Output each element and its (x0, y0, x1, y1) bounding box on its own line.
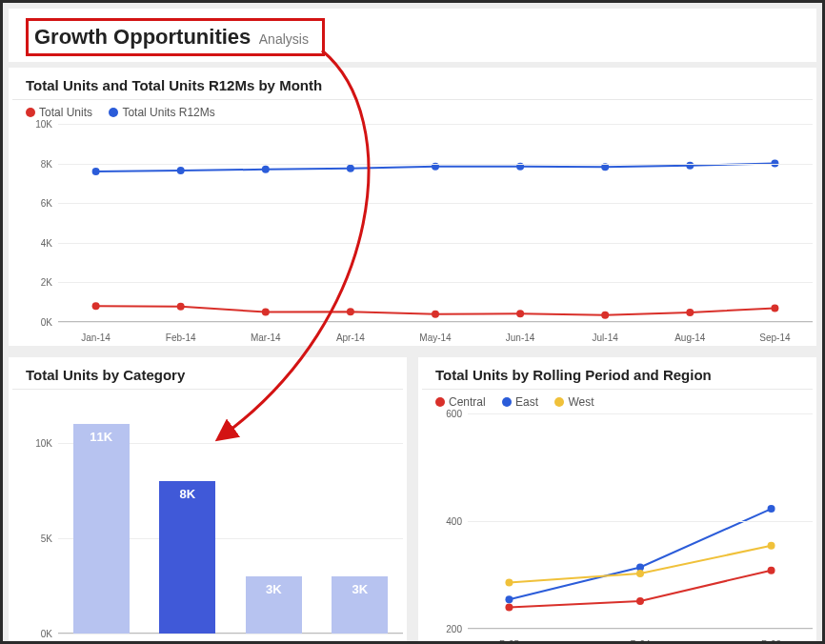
x-tick-label: Jul-14 (593, 332, 618, 343)
bar-value-label: 3K (246, 582, 302, 596)
svg-point-3 (347, 308, 354, 315)
x-axis: P-05P-04P-03 (468, 633, 813, 644)
chart-legend: Total Units Total Units R12Ms (12, 100, 813, 120)
x-tick-label: P-04 (630, 639, 650, 644)
chart-title: Total Units and Total Units R12Ms by Mon… (12, 77, 813, 100)
y-tick-label: 0K (12, 317, 58, 328)
x-tick-label: P-03 (761, 639, 781, 644)
bar[interactable]: 3K (332, 576, 388, 634)
svg-point-25 (636, 570, 644, 577)
y-axis: 0K2K4K6K8K10K (12, 124, 58, 343)
page-title: Growth Opportunities (34, 25, 251, 49)
legend-item[interactable]: Central (435, 395, 486, 409)
legend-item[interactable]: East (502, 395, 538, 409)
page-header: Growth Opportunities Analysis (9, 9, 816, 62)
svg-point-7 (686, 309, 694, 316)
y-tick-label: 10K (12, 119, 58, 130)
chart-title: Total Units by Category (12, 367, 403, 390)
y-tick-label: 200 (422, 624, 468, 634)
svg-point-8 (771, 304, 778, 312)
plot-area (468, 413, 813, 629)
y-tick-label: 5K (12, 533, 58, 544)
y-tick-label: 0K (12, 629, 58, 639)
y-tick-label: 6K (12, 198, 58, 209)
svg-point-6 (601, 312, 609, 319)
chart-card-units-by-month: Total Units and Total Units R12Ms by Mon… (9, 68, 816, 346)
legend-dot-icon (502, 397, 512, 407)
svg-point-9 (92, 168, 100, 175)
svg-point-0 (92, 302, 100, 310)
y-tick-label: 8K (12, 158, 58, 169)
line-chart[interactable]: 0K2K4K6K8K10K Jan-14Feb-14Mar-14Apr-14Ma… (12, 124, 813, 343)
svg-point-21 (505, 595, 513, 603)
x-tick-label: Jun-14 (506, 332, 535, 343)
dashboard-page: Growth Opportunities Analysis Total Unit… (0, 0, 825, 644)
chart-card-units-by-category: Total Units by Category 0K5K10K 11K8K3K3… (9, 357, 407, 644)
x-tick-label: May-14 (419, 332, 451, 343)
svg-point-2 (262, 309, 270, 316)
bar-chart[interactable]: 0K5K10K 11K8K3K3K RuralUrbanMixYouth (12, 395, 403, 644)
y-tick-label: 600 (422, 409, 468, 419)
svg-point-10 (177, 167, 185, 174)
legend-item[interactable]: Total Units (26, 106, 92, 119)
plot-area: 11K8K3K3K (58, 395, 403, 634)
plot-area (58, 124, 813, 322)
svg-point-18 (505, 603, 513, 611)
x-tick-label: P-05 (499, 639, 519, 644)
bar[interactable]: 3K (246, 576, 302, 634)
x-tick-label: Feb-14 (166, 332, 196, 343)
y-tick-label: 10K (12, 438, 58, 449)
svg-point-24 (505, 579, 513, 587)
svg-point-5 (516, 310, 524, 317)
bar-value-label: 3K (332, 582, 388, 596)
x-tick-label: Jan-14 (81, 332, 111, 343)
bar-value-label: 11K (73, 430, 130, 444)
page-title-highlight: Growth Opportunities Analysis (26, 18, 325, 56)
svg-point-26 (768, 542, 775, 550)
y-tick-label: 4K (12, 237, 58, 248)
svg-point-12 (347, 165, 354, 172)
legend-dot-icon (26, 108, 35, 117)
legend-dot-icon (109, 108, 118, 117)
svg-point-11 (262, 166, 270, 173)
legend-item[interactable]: West (554, 395, 594, 409)
legend-label: Central (449, 395, 486, 409)
page-subtitle: Analysis (255, 31, 309, 47)
line-chart[interactable]: 200400600 P-05P-04P-03 (422, 413, 813, 644)
x-tick-label: Sep-14 (759, 332, 790, 343)
svg-point-23 (768, 505, 775, 513)
legend-dot-icon (554, 397, 564, 407)
x-axis: Jan-14Feb-14Mar-14Apr-14May-14Jun-14Jul-… (58, 326, 813, 343)
x-tick-label: Mar-14 (251, 332, 281, 343)
y-tick-label: 2K (12, 277, 58, 288)
bar[interactable]: 8K (159, 481, 215, 634)
chart-card-units-by-region: Total Units by Rolling Period and Region… (418, 357, 816, 644)
svg-point-4 (432, 311, 439, 318)
svg-point-1 (177, 303, 185, 311)
x-tick-label: Aug-14 (674, 332, 705, 343)
bottom-row: Total Units by Category 0K5K10K 11K8K3K3… (3, 352, 822, 644)
legend-label: West (568, 395, 594, 409)
legend-item[interactable]: Total Units R12Ms (109, 106, 214, 119)
chart-title: Total Units by Rolling Period and Region (422, 367, 813, 390)
x-tick-label: Apr-14 (336, 332, 365, 343)
legend-dot-icon (435, 397, 445, 407)
svg-point-20 (768, 567, 775, 574)
bar-value-label: 8K (159, 487, 215, 501)
svg-point-19 (636, 597, 644, 605)
legend-label: Total Units R12Ms (122, 106, 214, 119)
y-axis: 0K5K10K (12, 395, 58, 644)
y-axis: 200400600 (422, 413, 468, 644)
x-axis: RuralUrbanMixYouth (58, 637, 403, 644)
legend-label: East (515, 395, 538, 409)
chart-legend: Central East West (422, 390, 813, 410)
bar[interactable]: 11K (73, 424, 130, 634)
legend-label: Total Units (39, 106, 92, 119)
y-tick-label: 400 (422, 516, 468, 527)
